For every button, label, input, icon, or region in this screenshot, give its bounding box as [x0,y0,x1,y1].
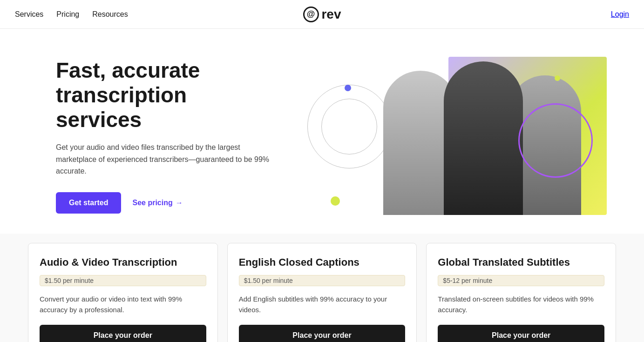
hero-section: Fast, accurate transcription services Ge… [0,29,644,234]
card-title: English Closed Captions [239,256,406,268]
place-order-button[interactable]: Place your order [239,325,406,342]
deco-dot-yellow2 [555,75,560,81]
deco-dot-yellow [331,196,340,206]
hero-description: Get your audio and video files transcrib… [56,141,279,177]
logo-name: rev [321,7,341,22]
hero-actions: Get started See pricing [56,192,298,214]
card-description: Convert your audio or video into text wi… [40,294,206,315]
nav-resources[interactable]: Resources [92,10,128,19]
nav-services[interactable]: Services [15,10,43,19]
navigation: Services Pricing Resources @ rev Login [0,0,644,29]
cards-section: Audio & Video Transcription $1.50 per mi… [0,234,644,342]
logo[interactable]: @ rev [303,7,341,22]
hero-heading: Fast, accurate transcription services [56,58,298,132]
nav-pricing[interactable]: Pricing [56,10,79,19]
card-english-captions: English Closed Captions $1.50 per minute… [227,243,417,342]
nav-left: Services Pricing Resources [15,10,128,19]
card-global-subtitles: Global Translated Subtitles $5-12 per mi… [426,243,616,342]
deco-circle-small [321,99,377,154]
deco-circle-purple [518,103,593,178]
place-order-button[interactable]: Place your order [40,325,206,342]
place-order-button[interactable]: Place your order [438,325,604,342]
card-human-transcription: Audio & Video Transcription $1.50 per mi… [28,243,218,342]
card-title: Audio & Video Transcription [40,256,206,268]
price-badge: $1.50 per minute [40,275,206,286]
logo-at-icon: @ [303,7,319,22]
hero-text: Fast, accurate transcription services Ge… [56,58,298,213]
hero-image [317,57,607,215]
price-badge: $5-12 per minute [438,275,604,286]
card-description: Translated on-screen subtitles for video… [438,294,604,315]
get-started-button[interactable]: Get started [56,192,121,214]
nav-right: Login [611,10,629,19]
nav-login[interactable]: Login [611,10,629,18]
card-title: Global Translated Subtitles [438,256,604,268]
person-2-silhouette [444,61,523,215]
price-badge: $1.50 per minute [239,275,406,286]
deco-dot-purple [345,85,351,91]
see-pricing-button[interactable]: See pricing [132,199,183,207]
card-description: Add English subtitles with 99% accuracy … [239,294,406,315]
